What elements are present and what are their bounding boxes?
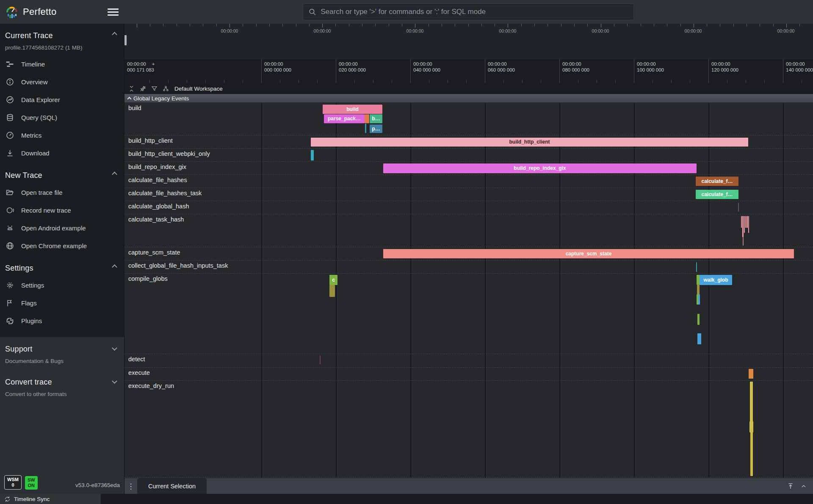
sidebar-item-query-sql[interactable]: Query (SQL) [0,108,124,126]
section-header-current-trace[interactable]: Current Trace [0,26,124,44]
ruler-minor-tick [541,80,541,83]
sidebar-item-download[interactable]: Download [0,144,124,162]
sidebar-item-record-new-trace[interactable]: Record new trace [0,201,124,219]
sidebar-item-overview[interactable]: Overview [0,73,124,91]
globe-icon [5,241,14,250]
track-compile-globs[interactable]: compile_globscwalk_glob [124,274,813,354]
overview-strip[interactable]: 00:00:0000:00:0000:00:0000:00:0000:00:00… [124,24,813,59]
slice-build[interactable] [365,114,369,123]
track-execute[interactable]: execute [124,368,813,381]
slice-calculate-task-hash[interactable] [748,216,749,233]
slice-build[interactable]: build [323,105,382,114]
dock-to-top-icon[interactable] [787,482,794,490]
workspace-label[interactable]: Default Workspace [174,86,223,92]
section-header-support[interactable]: Support [0,340,124,357]
slice-parse-pack[interactable]: parse_pack… [324,114,365,123]
ruler-minor-tick [448,80,448,83]
section-header-new-trace[interactable]: New Trace [0,166,124,183]
slice-p[interactable]: p… [370,125,382,133]
slice-compile-globs[interactable] [697,285,700,294]
ruler-minor-tick [615,80,616,83]
hamburger-menu-icon[interactable] [108,7,119,17]
slice-build-http-client-webpki-only[interactable] [311,150,314,161]
slice-compile-globs[interactable] [697,275,700,285]
overview-tick [402,24,402,26]
unpin-icon[interactable] [139,85,147,92]
sidebar-section-current-trace: Current Traceprofile.1774568108272 (1 MB… [0,24,124,163]
slice-compile-globs[interactable] [697,333,701,344]
track-calculate-global-hash[interactable]: calculate_global_hash [124,201,813,214]
section-header-settings[interactable]: Settings [0,259,124,276]
sidebar: Current Traceprofile.1774568108272 (1 MB… [0,24,124,494]
slice-calculate-task-hash[interactable] [742,216,744,237]
slice-collect-global-file-hash-inputs-task[interactable] [696,262,697,272]
track-collect-global-file-hash-inputs-task[interactable]: collect_global_file_hash_inputs_task [124,260,813,274]
sidebar-item-open-trace-file[interactable]: Open trace file [0,183,124,201]
track-execute-dry-run[interactable]: execute_dry_run [124,381,813,478]
sidebar-item-open-chrome-example[interactable]: Open Chrome example [0,237,124,255]
overview-brush-handle[interactable] [124,35,127,45]
slice-calculate-task-hash[interactable] [743,237,744,246]
database-icon [5,113,14,122]
slice-compile-globs[interactable] [329,285,335,297]
tab-menu-icon[interactable]: ⋮ [124,482,137,490]
tracks-canvas[interactable]: buildbuildparse_pack…b…p…build_http_clie… [124,103,813,478]
sidebar-item-timeline[interactable]: Timeline [0,55,124,73]
slice-compile-globs[interactable] [698,294,700,305]
slice-calculate-task-hash[interactable] [744,216,745,233]
app-logo[interactable]: Perfetto [5,5,56,19]
slice-build-repo-index-gix[interactable]: build_repo_index_gix [383,163,697,173]
slice-calculate-global-hash[interactable] [738,202,739,212]
workspace-icon[interactable] [162,85,169,92]
track-build-repo-index-gix[interactable]: build_repo_index_gixbuild_repo_index_gix [124,162,813,175]
timeline-sync-button[interactable]: Timeline Sync [0,494,101,504]
search-box[interactable] [303,3,634,20]
sidebar-item-open-android-example[interactable]: Open Android example [0,219,124,237]
ruler-minor-tick [410,80,411,83]
track-build-http-client-webpki-only[interactable]: build_http_client_webpki_only [124,149,813,162]
track-build[interactable]: buildbuildparse_pack…b…p… [124,103,813,136]
overview-tick [707,24,707,26]
sidebar-item-metrics[interactable]: Metrics [0,126,124,144]
track-group-header[interactable]: Global Legacy Events [124,94,813,103]
expand-panel-icon[interactable] [800,483,807,490]
slice-walk-glob[interactable]: walk_glob [700,275,732,285]
ruler-minor-tick [392,80,392,83]
search-input[interactable] [321,8,628,16]
time-ruler[interactable]: 00:00:00+000 171 08300:00:00000 000 0000… [124,59,813,83]
slice-calculate-task-hash[interactable] [741,216,742,228]
slice-calculate-f[interactable]: calculate_f… [696,190,738,199]
sidebar-item-settings[interactable]: Settings [0,276,124,294]
slice-calculate-task-hash[interactable] [745,216,746,228]
slice-calculate-f[interactable]: calculate_f… [696,177,738,186]
collapse-group-icon[interactable] [127,97,132,101]
slice-build-http-client[interactable]: build_http_client [311,138,748,147]
sidebar-item-data-explorer[interactable]: Data Explorer [0,91,124,108]
track-calculate-file-hashes-task[interactable]: calculate_file_hashes_taskcalculate_f… [124,188,813,201]
collapse-tracks-icon[interactable] [128,85,135,92]
track-detect[interactable]: detect [124,354,813,368]
slice-execute-dry-run[interactable] [750,428,753,476]
ruler-cell: 00:00:00040 000 000 [410,59,485,83]
track-build-http-client[interactable]: build_http_clientbuild_http_client [124,136,813,149]
slice-build[interactable] [365,124,366,133]
sidebar-item-flags[interactable]: Flags [0,294,124,312]
slice-calculate-task-hash[interactable] [747,216,748,228]
sidebar-item-plugins[interactable]: Plugins [0,312,124,330]
track-capture-scm-state[interactable]: capture_scm_statecapture_scm_state [124,247,813,260]
search-icon [308,8,316,16]
overview-time-label: 00:00:00 [499,28,517,33]
slice-b[interactable]: b… [370,114,382,123]
overview-tick [481,24,482,26]
section-header-convert-trace[interactable]: Convert trace [0,373,124,390]
filter-icon[interactable] [151,85,158,92]
overview-time-label: 00:00:00 [314,28,331,33]
slice-c[interactable]: c [329,275,337,285]
slice-execute[interactable] [749,369,753,379]
track-calculate-task-hash[interactable]: calculate_task_hash [124,214,813,247]
slice-detect[interactable] [320,355,321,364]
track-calculate-file-hashes[interactable]: calculate_file_hashescalculate_f… [124,175,813,188]
slice-capture-scm-state[interactable]: capture_scm_state [383,249,794,258]
slice-compile-globs[interactable] [697,314,700,325]
tab-current-selection[interactable]: Current Selection [137,478,207,494]
